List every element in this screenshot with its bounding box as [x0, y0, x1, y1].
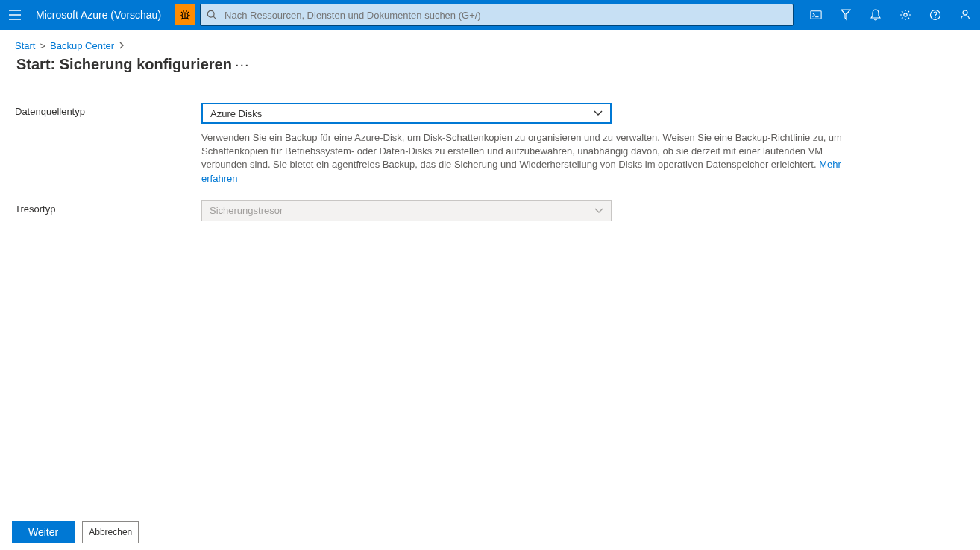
breadcrumb-backup-center[interactable]: Backup Center	[50, 40, 114, 51]
datasource-description: Verwenden Sie ein Backup für eine Azure-…	[201, 131, 859, 186]
top-bar: Microsoft Azure (Vorschau)	[0, 0, 980, 30]
vault-dropdown: Sicherungstresor	[201, 200, 612, 221]
svg-point-17	[935, 17, 935, 18]
chevron-down-icon	[594, 108, 603, 118]
page-title-row: Start: Sicherung konfigurieren ···	[0, 51, 980, 73]
vault-control: Sicherungstresor	[201, 200, 612, 221]
svg-line-10	[187, 18, 189, 19]
filter-icon	[841, 9, 851, 21]
search-container	[200, 4, 794, 26]
directory-filter-button[interactable]	[831, 0, 861, 30]
more-menu-button[interactable]: ···	[235, 56, 250, 73]
svg-line-7	[181, 12, 183, 13]
datasource-control: Azure Disks Verwenden Sie ein Backup für…	[201, 103, 612, 186]
svg-line-12	[213, 16, 216, 19]
bug-icon	[179, 9, 191, 21]
brand-label[interactable]: Microsoft Azure (Vorschau)	[30, 9, 175, 21]
breadcrumb-separator-1: >	[40, 40, 45, 51]
search-box[interactable]	[200, 4, 794, 26]
top-icons	[801, 0, 980, 30]
cancel-button[interactable]: Abbrechen	[82, 521, 139, 543]
row-datasource: Datenquellentyp Azure Disks Verwenden Si…	[15, 103, 980, 186]
footer: Weiter Abbrechen	[0, 513, 980, 550]
form-area: Datenquellentyp Azure Disks Verwenden Si…	[0, 73, 980, 513]
next-button[interactable]: Weiter	[12, 521, 75, 543]
help-icon	[929, 9, 941, 21]
page-title: Start: Sicherung konfigurieren	[16, 56, 232, 73]
bell-icon	[870, 9, 881, 21]
cloud-shell-icon	[810, 10, 822, 20]
chevron-right-icon	[119, 41, 125, 51]
datasource-label: Datenquellentyp	[15, 103, 201, 117]
notifications-button[interactable]	[861, 0, 891, 30]
row-vault: Tresortyp Sicherungstresor	[15, 200, 980, 221]
preview-bug-button[interactable]	[175, 4, 195, 25]
svg-rect-13	[811, 11, 821, 19]
datasource-dropdown[interactable]: Azure Disks	[201, 103, 612, 124]
breadcrumb: Start > Backup Center	[0, 30, 980, 51]
description-text: Verwenden Sie ein Backup für eine Azure-…	[201, 132, 842, 170]
chevron-down-icon	[594, 206, 603, 216]
account-button[interactable]	[950, 0, 980, 30]
gear-icon	[899, 9, 911, 21]
person-icon	[959, 9, 971, 21]
svg-point-11	[207, 10, 214, 17]
datasource-value: Azure Disks	[210, 108, 262, 119]
svg-line-9	[181, 18, 183, 19]
search-icon	[207, 10, 217, 20]
hamburger-icon	[9, 10, 21, 20]
help-button[interactable]	[920, 0, 950, 30]
vault-label: Tresortyp	[15, 200, 201, 215]
svg-point-15	[904, 13, 907, 16]
breadcrumb-home[interactable]: Start	[15, 40, 35, 51]
vault-value: Sicherungstresor	[210, 205, 283, 216]
cloud-shell-button[interactable]	[801, 0, 831, 30]
svg-line-8	[187, 12, 189, 13]
settings-button[interactable]	[891, 0, 920, 30]
menu-toggle[interactable]	[0, 0, 30, 30]
svg-point-18	[963, 10, 967, 15]
search-input[interactable]	[223, 4, 793, 25]
